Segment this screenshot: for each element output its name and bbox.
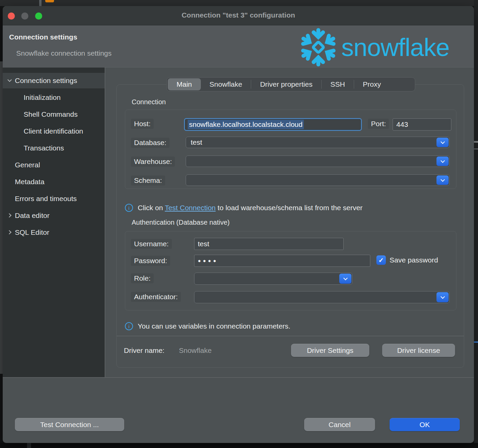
- port-label: Port:: [368, 119, 389, 129]
- titlebar[interactable]: Connection "test 3" configuration: [3, 6, 474, 25]
- screen: Connection "test 3" configuration Connec…: [0, 0, 478, 448]
- sidebar-item-metadata[interactable]: Metadata: [3, 174, 105, 190]
- background-fragment: [474, 141, 478, 143]
- driver-section-divider: [116, 336, 464, 336]
- chevron-down-icon: [441, 295, 445, 299]
- sidebar-item-label: Connection settings: [15, 73, 77, 88]
- port-input[interactable]: 443: [393, 118, 451, 131]
- sidebar-item-general[interactable]: General: [3, 157, 105, 173]
- variables-hint-text: You can use variables in connection para…: [138, 322, 290, 330]
- snowflake-logo: snowflake: [299, 27, 474, 67]
- sidebar-item-errors-and-timeouts[interactable]: Errors and timeouts: [3, 191, 105, 206]
- sidebar-item-initialization[interactable]: Initialization: [3, 90, 105, 105]
- background-strip-right: [474, 0, 478, 448]
- host-label: Host:: [131, 119, 154, 129]
- role-combo[interactable]: [194, 273, 352, 285]
- authenticator-dropdown-button[interactable]: [436, 292, 449, 302]
- sidebar-item-label: General: [15, 157, 40, 173]
- authenticator-combo[interactable]: [194, 291, 450, 303]
- host-input[interactable]: snowflake.localhost.localstack.cloud: [184, 118, 362, 131]
- hint-text: Click on Test Connection to load warehou…: [138, 204, 363, 212]
- sidebar-item-label: Errors and timeouts: [15, 191, 77, 206]
- sidebar-tree: Connection settingsInitializationShell C…: [3, 67, 105, 377]
- test-connection-hint: i Click on Test Connection to load wareh…: [125, 204, 363, 212]
- variables-hint: i You can use variables in connection pa…: [125, 322, 290, 330]
- username-input[interactable]: test: [194, 238, 344, 250]
- driver-license-button[interactable]: Driver license: [382, 344, 455, 357]
- sidebar-item-label: Data editor: [15, 208, 50, 223]
- cancel-button[interactable]: Cancel: [304, 418, 375, 431]
- background-orange-fragment: [45, 0, 54, 2]
- sidebar-item-label: Shell Commands: [24, 107, 78, 122]
- sidebar-item-connection-settings[interactable]: Connection settings: [3, 73, 105, 88]
- database-dropdown-button[interactable]: [436, 138, 449, 147]
- tab-main[interactable]: Main: [168, 78, 201, 90]
- chevron-down-icon[interactable]: [7, 78, 12, 82]
- background-strip-bottom: [0, 443, 478, 448]
- warehouse-dropdown-button[interactable]: [436, 157, 449, 166]
- sidebar-divider: [105, 67, 105, 377]
- warehouse-label: Warehouse:: [131, 157, 175, 167]
- tab-snowflake[interactable]: Snowflake: [201, 78, 251, 90]
- tab-driver-properties[interactable]: Driver properties: [251, 78, 321, 90]
- chevron-right-icon[interactable]: [7, 230, 11, 234]
- tab-bar: MainSnowflakeDriver propertiesSSHProxy: [166, 77, 415, 91]
- info-icon: i: [125, 322, 133, 330]
- save-password-label: Save password: [390, 256, 438, 264]
- authenticator-label: Authenticator:: [131, 292, 181, 302]
- chevron-down-icon: [343, 276, 348, 280]
- chevron-down-icon: [441, 159, 445, 163]
- chevron-down-icon: [441, 140, 445, 144]
- ok-button[interactable]: OK: [390, 418, 460, 431]
- dialog-header: Connection settings Snowflake connection…: [3, 26, 474, 67]
- sidebar-item-sql-editor[interactable]: SQL Editor: [3, 225, 105, 240]
- database-value: test: [191, 137, 202, 147]
- role-label: Role:: [131, 273, 154, 283]
- background-fragment: [474, 341, 478, 343]
- sidebar-item-shell-commands[interactable]: Shell Commands: [3, 107, 105, 122]
- window-title: Connection "test 3" configuration: [3, 11, 474, 19]
- host-value: snowflake.localhost.localstack.cloud: [188, 120, 304, 129]
- tab-proxy[interactable]: Proxy: [354, 78, 390, 90]
- sidebar-item-label: Initialization: [24, 90, 61, 105]
- sidebar-item-data-editor[interactable]: Data editor: [3, 208, 105, 223]
- sidebar-item-label: Metadata: [15, 174, 45, 190]
- hint-prefix: Click on: [138, 204, 165, 212]
- driver-name-label: Driver name:: [124, 346, 164, 355]
- schema-combo[interactable]: [186, 174, 450, 186]
- schema-label: Schema:: [131, 175, 165, 186]
- sidebar-item-transactions[interactable]: Transactions: [3, 140, 105, 156]
- info-icon: i: [125, 204, 133, 212]
- password-label: Password:: [131, 256, 170, 266]
- sidebar-item-client-identification[interactable]: Client identification: [3, 123, 105, 139]
- tab-ssh[interactable]: SSH: [322, 78, 354, 90]
- page-title: Connection settings: [9, 33, 77, 41]
- driver-settings-button[interactable]: Driver Settings: [291, 344, 369, 357]
- warehouse-combo[interactable]: [186, 156, 450, 167]
- role-dropdown-button[interactable]: [339, 274, 351, 284]
- test-connection-link[interactable]: Test Connection: [165, 204, 216, 212]
- hint-suffix: to load warehouse/schema list from the s…: [216, 204, 363, 212]
- snowflake-wordmark: snowflake: [341, 33, 449, 62]
- database-label: Database:: [131, 138, 169, 148]
- sidebar-item-label: SQL Editor: [15, 225, 49, 240]
- test-connection-button[interactable]: Test Connection ...: [15, 418, 124, 431]
- background-strip-top: [0, 0, 478, 6]
- authentication-group-label: Authentication (Database native): [132, 219, 230, 226]
- chevron-right-icon[interactable]: [7, 213, 11, 218]
- check-icon: ✓: [378, 256, 384, 264]
- driver-name-value: Snowflake: [179, 346, 212, 355]
- background-strip-left: [0, 61, 3, 374]
- background-window-edge: [39, 0, 42, 6]
- database-combo[interactable]: test: [186, 137, 450, 148]
- username-label: Username:: [131, 239, 172, 249]
- chevron-down-icon: [441, 177, 445, 182]
- password-input[interactable]: ●●●●: [194, 255, 370, 267]
- schema-dropdown-button[interactable]: [436, 175, 449, 185]
- page-subtitle: Snowflake connection settings: [16, 49, 112, 57]
- save-password-checkbox[interactable]: ✓: [376, 255, 386, 265]
- background-fragment: [474, 148, 478, 149]
- connection-configuration-dialog: Connection "test 3" configuration Connec…: [3, 6, 474, 443]
- background-fragment: [27, 443, 31, 448]
- connection-group-label: Connection: [132, 98, 166, 106]
